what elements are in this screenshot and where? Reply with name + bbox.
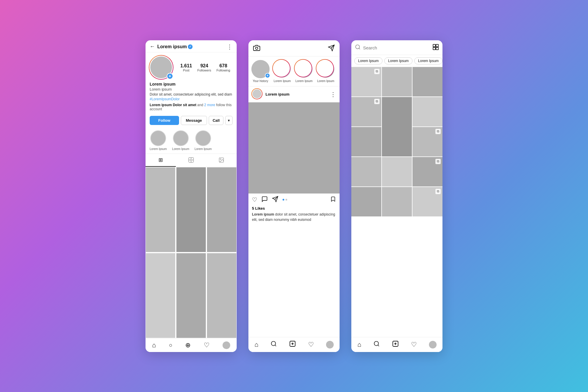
highlight-label: Lorem Ipsum [195, 147, 212, 151]
explore-cell[interactable] [351, 127, 381, 156]
svg-point-1 [190, 159, 192, 161]
nav-profile-avatar[interactable] [223, 341, 230, 349]
svg-point-8 [255, 47, 258, 49]
explore-cell[interactable] [412, 67, 442, 96]
svg-line-25 [378, 345, 379, 346]
story-item[interactable]: Lorem Ipsum [273, 60, 291, 83]
explore-cell[interactable]: ⧉ [412, 187, 442, 216]
tab-grid[interactable]: ⊞ [146, 154, 176, 167]
tab-row: ⊞ [146, 154, 237, 167]
followers-count: 924 [200, 63, 208, 69]
nav-add[interactable]: ⊕ [185, 341, 191, 349]
tab-reels[interactable] [176, 154, 206, 167]
grid-cell[interactable] [146, 253, 176, 338]
posts-stat: 1.611 Post [180, 63, 192, 72]
post-likes: 5 Likes [248, 206, 340, 212]
grid-cell[interactable] [176, 253, 206, 338]
nav-profile-avatar[interactable] [326, 341, 334, 348]
nav-add[interactable] [392, 340, 399, 349]
comment-button[interactable] [261, 196, 268, 204]
nav-home[interactable]: ⌂ [152, 341, 156, 349]
explore-cell[interactable]: ⧉ [412, 127, 442, 156]
explore-cell[interactable] [351, 187, 381, 216]
explore-cell[interactable] [412, 97, 442, 126]
filter-chip[interactable]: Lorem Ipsum [414, 57, 442, 64]
highlight-circle [195, 130, 211, 146]
like-button[interactable]: ♡ [252, 196, 257, 203]
filter-chip[interactable]: Lorem Ipsum [354, 57, 382, 64]
story-item[interactable]: Lorem Ipsum [295, 60, 313, 83]
story-ring [272, 59, 290, 77]
following-stat: 678 Following [216, 63, 230, 72]
share-button[interactable] [272, 196, 278, 204]
explore-cell[interactable] [382, 67, 412, 96]
explore-cell[interactable] [382, 97, 412, 156]
explore-cell[interactable]: ⧉ [351, 67, 381, 96]
profile-text: Lorem ipsum Lorem ipsum Dolor sit amet, … [146, 82, 237, 115]
story-ring [294, 59, 312, 77]
caption-user: Lorem ipsum [252, 212, 274, 216]
message-button[interactable]: Message [181, 116, 207, 125]
svg-rect-20 [433, 44, 435, 46]
explore-cell[interactable]: ⧉ [351, 97, 381, 126]
nav-heart[interactable]: ♡ [204, 341, 210, 349]
follow-button[interactable]: Follow [150, 116, 179, 125]
story-item-own[interactable]: + Your history [251, 60, 270, 83]
svg-point-24 [374, 341, 378, 346]
nav-heart[interactable]: ♡ [308, 341, 314, 348]
grid-cell[interactable] [176, 167, 206, 252]
nav-home[interactable]: ⌂ [357, 341, 361, 348]
nav-add[interactable] [289, 340, 296, 349]
nav-search[interactable] [373, 341, 380, 349]
followers-label: Followers [197, 69, 211, 72]
tab-tagged[interactable] [206, 154, 237, 167]
explore-cell[interactable] [382, 157, 412, 186]
highlight-item[interactable]: Lorem Ipsum [172, 130, 189, 151]
post-username: Lorem ipsum [265, 92, 290, 96]
search-input[interactable] [363, 45, 430, 50]
mutual-more-link[interactable]: 2 more [204, 103, 215, 107]
nav-heart[interactable]: ♡ [411, 341, 417, 348]
call-button[interactable]: Call [209, 116, 223, 125]
story-ring [316, 59, 334, 77]
nav-profile-avatar[interactable] [429, 341, 437, 348]
post-header: Lorem ipsum ⋮ [248, 86, 340, 102]
story-label: Lorem Ipsum [295, 79, 313, 83]
explore-grid: ⧉ ⧉ ⧉ ⧉ ⧉ [351, 67, 442, 337]
grid-cell[interactable] [207, 253, 237, 338]
bottom-nav: ⌂ ♡ [248, 337, 340, 352]
add-story-button[interactable]: + [167, 73, 173, 79]
highlight-item[interactable]: Lorem Ipsum [150, 130, 167, 151]
search-header [351, 40, 442, 55]
highlights-row: Lorem Ipsum Lorem Ipsum Lorem Ipsum [146, 128, 237, 154]
post-options-button[interactable]: ⋮ [330, 91, 336, 98]
phone-profile: ← Lorem ipsum ✓ ⋮ + 1.611 Post 924 Follo… [146, 40, 237, 352]
story-item[interactable]: Lorem Ipsum [317, 60, 335, 83]
explore-cell[interactable]: ⧉ [412, 157, 442, 186]
bookmark-button[interactable] [330, 196, 336, 204]
stats-row: 1.611 Post 924 Followers 678 Following [178, 63, 233, 72]
filter-chip[interactable]: Lorem Ipsum [384, 57, 412, 64]
nav-search[interactable] [270, 341, 277, 348]
camera-icon[interactable] [253, 44, 260, 53]
grid-cell[interactable] [146, 167, 176, 252]
bio-link[interactable]: #LoremIpsumDolor [150, 97, 180, 101]
explore-cell[interactable] [351, 157, 381, 186]
options-button[interactable]: ⋮ [227, 43, 233, 50]
back-button[interactable]: ← [150, 44, 155, 50]
nav-search[interactable]: ○ [169, 342, 172, 348]
post-caption: Lorem ipsum dolor sit amet, consectetuer… [248, 212, 340, 225]
highlight-item[interactable]: Lorem Ipsum [195, 130, 212, 151]
following-label: Following [216, 69, 230, 72]
grid-view-icon[interactable] [432, 44, 439, 52]
post-avatar [252, 89, 262, 99]
svg-rect-22 [433, 47, 435, 49]
explore-cell[interactable] [382, 187, 412, 216]
story-add-button[interactable]: + [265, 73, 270, 78]
nav-home[interactable]: ⌂ [254, 341, 258, 348]
profile-username: Lorem ipsum ✓ [157, 44, 193, 49]
grid-cell[interactable] [207, 167, 237, 252]
dropdown-button[interactable]: ▾ [225, 116, 233, 125]
mutual-name: Lorem ipsum Dolor sit amet [150, 103, 196, 107]
send-icon[interactable] [328, 44, 335, 53]
